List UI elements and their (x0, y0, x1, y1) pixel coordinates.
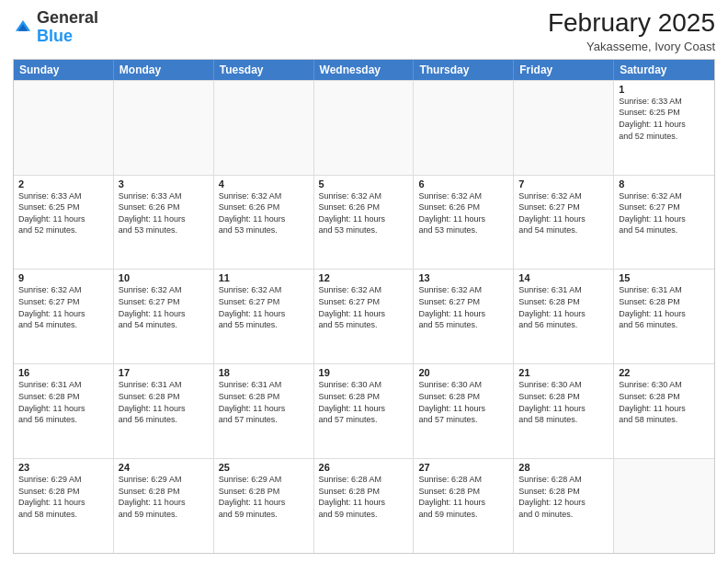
title-block: February 2025 Yakasseme, Ivory Coast (548, 9, 715, 53)
day-info: Sunrise: 6:32 AM Sunset: 6:27 PM Dayligh… (219, 284, 309, 330)
calendar-cell-0-4 (414, 81, 514, 175)
calendar-cell-0-5 (514, 81, 614, 175)
day-info: Sunrise: 6:31 AM Sunset: 6:28 PM Dayligh… (119, 379, 209, 425)
calendar-cell-1-5: 7Sunrise: 6:32 AM Sunset: 6:27 PM Daylig… (514, 176, 614, 270)
day-number: 18 (219, 367, 309, 378)
day-number: 14 (518, 272, 609, 283)
calendar-cell-0-2 (214, 81, 314, 175)
calendar-cell-4-1: 24Sunrise: 6:29 AM Sunset: 6:28 PM Dayli… (114, 459, 214, 553)
day-number: 19 (319, 367, 409, 378)
calendar-cell-0-3 (314, 81, 415, 175)
day-number: 11 (219, 272, 309, 283)
calendar-cell-4-5: 28Sunrise: 6:28 AM Sunset: 6:28 PM Dayli… (514, 459, 614, 553)
calendar-cell-3-5: 21Sunrise: 6:30 AM Sunset: 6:28 PM Dayli… (514, 364, 614, 458)
logo-general-text: General (37, 8, 98, 27)
calendar-cell-1-0: 2Sunrise: 6:33 AM Sunset: 6:25 PM Daylig… (14, 176, 114, 270)
day-number: 24 (119, 462, 209, 473)
location: Yakasseme, Ivory Coast (548, 40, 715, 53)
calendar-cell-2-0: 9Sunrise: 6:32 AM Sunset: 6:27 PM Daylig… (14, 270, 114, 363)
day-number: 9 (18, 272, 108, 283)
day-number: 16 (18, 367, 108, 378)
calendar-row-1: 2Sunrise: 6:33 AM Sunset: 6:25 PM Daylig… (14, 175, 714, 270)
weekday-header-saturday: Saturday (614, 60, 714, 80)
day-number: 21 (518, 367, 609, 378)
day-info: Sunrise: 6:32 AM Sunset: 6:27 PM Dayligh… (119, 284, 209, 330)
calendar-cell-4-6 (614, 459, 714, 553)
day-info: Sunrise: 6:29 AM Sunset: 6:28 PM Dayligh… (219, 474, 309, 520)
calendar-header: SundayMondayTuesdayWednesdayThursdayFrid… (14, 60, 714, 80)
calendar-cell-1-1: 3Sunrise: 6:33 AM Sunset: 6:26 PM Daylig… (114, 176, 214, 270)
calendar-cell-3-2: 18Sunrise: 6:31 AM Sunset: 6:28 PM Dayli… (214, 364, 314, 458)
weekday-header-monday: Monday (114, 60, 214, 80)
calendar-cell-2-1: 10Sunrise: 6:32 AM Sunset: 6:27 PM Dayli… (114, 270, 214, 363)
calendar-cell-2-3: 12Sunrise: 6:32 AM Sunset: 6:27 PM Dayli… (314, 270, 415, 363)
calendar-cell-4-2: 25Sunrise: 6:29 AM Sunset: 6:28 PM Dayli… (214, 459, 314, 553)
day-info: Sunrise: 6:30 AM Sunset: 6:28 PM Dayligh… (319, 379, 409, 425)
calendar-row-0: 1Sunrise: 6:33 AM Sunset: 6:25 PM Daylig… (14, 80, 714, 175)
day-info: Sunrise: 6:32 AM Sunset: 6:27 PM Dayligh… (18, 284, 108, 330)
day-number: 28 (518, 462, 609, 473)
calendar-cell-3-1: 17Sunrise: 6:31 AM Sunset: 6:28 PM Dayli… (114, 364, 214, 458)
day-number: 12 (319, 272, 409, 283)
day-number: 4 (219, 178, 309, 190)
day-info: Sunrise: 6:29 AM Sunset: 6:28 PM Dayligh… (119, 474, 209, 520)
calendar-row-4: 23Sunrise: 6:29 AM Sunset: 6:28 PM Dayli… (14, 458, 714, 553)
day-info: Sunrise: 6:28 AM Sunset: 6:28 PM Dayligh… (518, 474, 609, 520)
calendar-cell-0-6: 1Sunrise: 6:33 AM Sunset: 6:25 PM Daylig… (614, 81, 714, 175)
day-info: Sunrise: 6:32 AM Sunset: 6:27 PM Dayligh… (319, 284, 409, 330)
day-info: Sunrise: 6:31 AM Sunset: 6:28 PM Dayligh… (619, 284, 710, 330)
calendar-cell-2-5: 14Sunrise: 6:31 AM Sunset: 6:28 PM Dayli… (514, 270, 614, 363)
day-info: Sunrise: 6:29 AM Sunset: 6:28 PM Dayligh… (18, 474, 108, 520)
calendar-cell-0-0 (14, 81, 114, 175)
day-number: 7 (518, 178, 609, 190)
day-info: Sunrise: 6:32 AM Sunset: 6:26 PM Dayligh… (219, 190, 309, 236)
logo: General Blue (13, 9, 98, 46)
logo-icon (13, 17, 33, 38)
day-info: Sunrise: 6:33 AM Sunset: 6:26 PM Dayligh… (119, 190, 209, 236)
calendar-cell-1-4: 6Sunrise: 6:32 AM Sunset: 6:26 PM Daylig… (414, 176, 514, 270)
day-number: 27 (418, 462, 508, 473)
month-year: February 2025 (548, 9, 715, 38)
day-number: 20 (418, 367, 508, 378)
calendar-cell-4-0: 23Sunrise: 6:29 AM Sunset: 6:28 PM Dayli… (14, 459, 114, 553)
weekday-header-thursday: Thursday (414, 60, 514, 80)
calendar-cell-2-4: 13Sunrise: 6:32 AM Sunset: 6:27 PM Dayli… (414, 270, 514, 363)
day-info: Sunrise: 6:28 AM Sunset: 6:28 PM Dayligh… (418, 474, 508, 520)
day-number: 3 (119, 178, 209, 190)
day-number: 8 (619, 178, 710, 190)
day-number: 25 (219, 462, 309, 473)
calendar-cell-3-3: 19Sunrise: 6:30 AM Sunset: 6:28 PM Dayli… (314, 364, 415, 458)
day-info: Sunrise: 6:33 AM Sunset: 6:25 PM Dayligh… (18, 190, 108, 236)
day-info: Sunrise: 6:32 AM Sunset: 6:27 PM Dayligh… (619, 190, 710, 236)
day-info: Sunrise: 6:32 AM Sunset: 6:27 PM Dayligh… (518, 190, 609, 236)
calendar-cell-4-3: 26Sunrise: 6:28 AM Sunset: 6:28 PM Dayli… (314, 459, 415, 553)
day-number: 13 (418, 272, 508, 283)
calendar: SundayMondayTuesdayWednesdayThursdayFrid… (13, 59, 715, 554)
calendar-row-2: 9Sunrise: 6:32 AM Sunset: 6:27 PM Daylig… (14, 269, 714, 363)
day-number: 1 (619, 84, 710, 95)
calendar-cell-3-0: 16Sunrise: 6:31 AM Sunset: 6:28 PM Dayli… (14, 364, 114, 458)
day-info: Sunrise: 6:28 AM Sunset: 6:28 PM Dayligh… (319, 474, 409, 520)
calendar-cell-2-2: 11Sunrise: 6:32 AM Sunset: 6:27 PM Dayli… (214, 270, 314, 363)
calendar-cell-2-6: 15Sunrise: 6:31 AM Sunset: 6:28 PM Dayli… (614, 270, 714, 363)
weekday-header-tuesday: Tuesday (214, 60, 314, 80)
calendar-cell-3-6: 22Sunrise: 6:30 AM Sunset: 6:28 PM Dayli… (614, 364, 714, 458)
day-info: Sunrise: 6:33 AM Sunset: 6:25 PM Dayligh… (619, 96, 710, 142)
day-info: Sunrise: 6:32 AM Sunset: 6:26 PM Dayligh… (418, 190, 508, 236)
day-number: 26 (319, 462, 409, 473)
day-number: 17 (119, 367, 209, 378)
calendar-row-3: 16Sunrise: 6:31 AM Sunset: 6:28 PM Dayli… (14, 363, 714, 458)
calendar-cell-4-4: 27Sunrise: 6:28 AM Sunset: 6:28 PM Dayli… (414, 459, 514, 553)
calendar-body: 1Sunrise: 6:33 AM Sunset: 6:25 PM Daylig… (14, 80, 714, 553)
calendar-cell-3-4: 20Sunrise: 6:30 AM Sunset: 6:28 PM Dayli… (414, 364, 514, 458)
day-number: 5 (319, 178, 409, 190)
weekday-header-wednesday: Wednesday (314, 60, 415, 80)
calendar-cell-0-1 (114, 81, 214, 175)
logo-blue-text: Blue (37, 27, 73, 45)
day-info: Sunrise: 6:31 AM Sunset: 6:28 PM Dayligh… (518, 284, 609, 330)
calendar-cell-1-6: 8Sunrise: 6:32 AM Sunset: 6:27 PM Daylig… (614, 176, 714, 270)
day-info: Sunrise: 6:31 AM Sunset: 6:28 PM Dayligh… (18, 379, 108, 425)
day-number: 22 (619, 367, 710, 378)
day-info: Sunrise: 6:31 AM Sunset: 6:28 PM Dayligh… (219, 379, 309, 425)
day-info: Sunrise: 6:30 AM Sunset: 6:28 PM Dayligh… (518, 379, 609, 425)
